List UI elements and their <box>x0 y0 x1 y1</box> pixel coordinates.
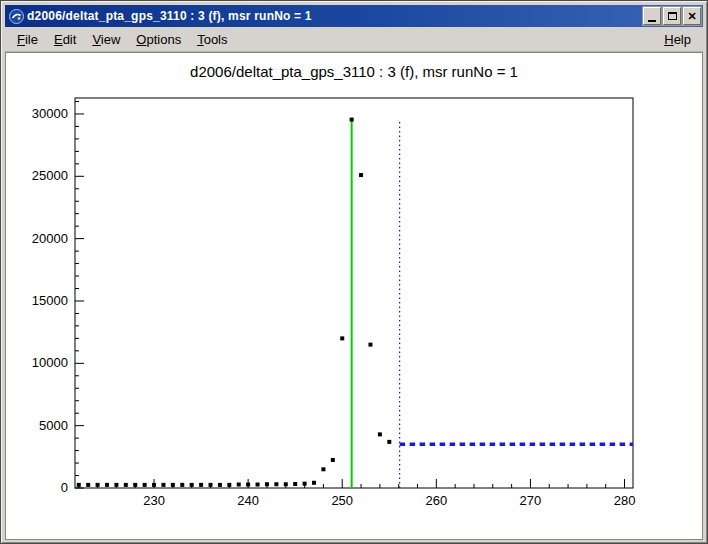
y-tick-label: 10000 <box>32 355 68 370</box>
maximize-button[interactable] <box>663 7 681 25</box>
data-point <box>265 482 269 486</box>
data-point <box>274 482 278 486</box>
x-tick-label: 240 <box>237 493 259 508</box>
maximize-icon <box>668 12 677 20</box>
data-point <box>152 483 156 487</box>
minimize-button[interactable] <box>643 7 661 25</box>
data-point <box>86 483 90 487</box>
plot-frame <box>75 98 633 488</box>
x-tick-label: 280 <box>614 493 636 508</box>
title-bar[interactable]: d2006/deltat_pta_gps_3110 : 3 (f), msr r… <box>5 5 703 27</box>
data-point <box>368 343 372 347</box>
x-tick-label: 270 <box>520 493 542 508</box>
data-point <box>340 336 344 340</box>
y-tick-label: 5000 <box>39 418 68 433</box>
data-point <box>227 483 231 487</box>
menu-file[interactable]: File <box>9 29 46 50</box>
minimize-icon <box>648 20 656 22</box>
y-tick-label: 25000 <box>32 168 68 183</box>
menu-tools[interactable]: Tools <box>189 29 235 50</box>
data-point <box>256 483 260 487</box>
app-icon-graphic <box>9 9 24 24</box>
data-point <box>359 173 363 177</box>
menu-view[interactable]: View <box>84 29 128 50</box>
data-point <box>171 483 175 487</box>
y-tick-label: 15000 <box>32 293 68 308</box>
plot-canvas[interactable]: d2006/deltat_pta_gps_3110 : 3 (f), msr r… <box>5 52 703 540</box>
window-title: d2006/deltat_pta_gps_3110 : 3 (f), msr r… <box>27 9 641 23</box>
data-point <box>312 481 316 485</box>
data-point <box>180 483 184 487</box>
x-tick-label: 230 <box>143 493 165 508</box>
x-tick-label: 250 <box>331 493 353 508</box>
data-point <box>284 482 288 486</box>
data-point <box>124 483 128 487</box>
data-point <box>96 483 100 487</box>
close-icon: ✕ <box>687 11 696 22</box>
data-point <box>114 483 118 487</box>
data-point <box>350 118 354 122</box>
data-point <box>218 483 222 487</box>
data-point <box>199 483 203 487</box>
data-point <box>303 482 307 486</box>
y-tick-label: 20000 <box>32 231 68 246</box>
data-point <box>209 483 213 487</box>
menu-options[interactable]: Options <box>128 29 189 50</box>
data-point <box>387 440 391 444</box>
x-tick-label: 260 <box>425 493 447 508</box>
histogram-plot: 2302402502602702800500010000150002000025… <box>6 53 702 539</box>
data-point <box>237 483 241 487</box>
data-point <box>190 483 194 487</box>
data-point <box>143 483 147 487</box>
app-window: d2006/deltat_pta_gps_3110 : 3 (f), msr r… <box>0 0 708 544</box>
y-tick-label: 30000 <box>32 106 68 121</box>
close-button[interactable]: ✕ <box>683 7 701 25</box>
data-point <box>378 432 382 436</box>
menu-bar: File Edit View Options Tools Help <box>5 27 703 52</box>
app-icon[interactable] <box>8 8 24 24</box>
y-tick-label: 0 <box>61 480 68 495</box>
menu-help[interactable]: Help <box>656 29 699 50</box>
data-point <box>321 467 325 471</box>
data-point <box>133 483 137 487</box>
data-point <box>331 458 335 462</box>
data-point <box>105 483 109 487</box>
menu-edit[interactable]: Edit <box>46 29 84 50</box>
data-point <box>293 482 297 486</box>
data-point <box>246 483 250 487</box>
data-point <box>161 483 165 487</box>
data-point <box>77 483 81 487</box>
